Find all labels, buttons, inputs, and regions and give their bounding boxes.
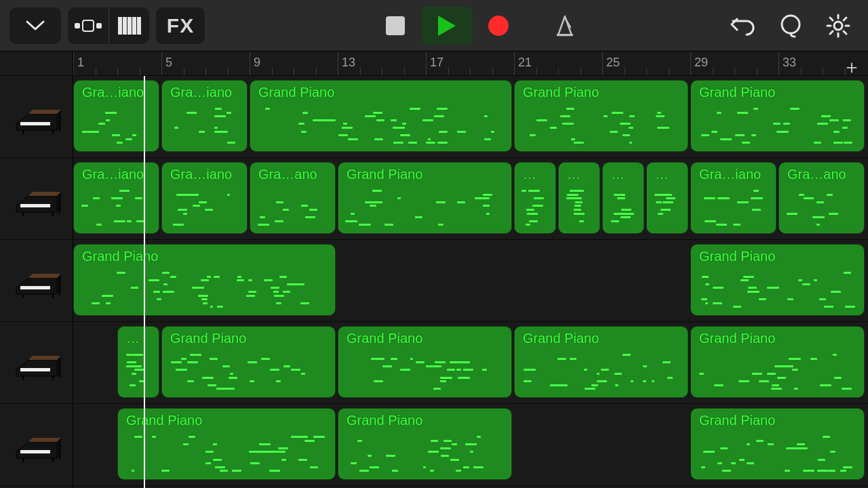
track-header[interactable] <box>0 322 73 404</box>
grand-piano-icon <box>12 100 61 133</box>
track-lane[interactable]: Grand PianoGrand Piano <box>73 240 868 322</box>
track-lane[interactable]: …Grand PianoGrand PianoGrand PianoGrand … <box>73 322 868 404</box>
midi-preview <box>257 108 505 146</box>
track-header[interactable] <box>0 240 73 322</box>
track-header[interactable] <box>0 404 73 486</box>
midi-region[interactable]: Gra…iano <box>73 80 159 152</box>
region-label: … <box>515 163 555 182</box>
track-header[interactable] <box>0 76 73 158</box>
midi-preview <box>257 190 328 228</box>
midi-region[interactable]: Grand Piano <box>690 80 865 152</box>
stop-button[interactable] <box>370 7 421 45</box>
play-icon <box>437 14 457 37</box>
region-label: Grand Piano <box>691 245 864 264</box>
svg-rect-2 <box>96 23 102 28</box>
midi-preview <box>698 108 857 146</box>
loop-button[interactable] <box>770 7 811 44</box>
midi-preview <box>81 272 328 310</box>
midi-region[interactable]: Grand Piano <box>250 80 512 152</box>
region-label: Grand Piano <box>515 81 688 100</box>
track-lanes[interactable]: Gra…ianoGra…ianoGrand PianoGrand PianoGr… <box>73 76 868 488</box>
midi-region[interactable]: Grand Piano <box>338 408 512 480</box>
region-label: Grand Piano <box>74 245 335 264</box>
tracks-area: Gra…ianoGra…ianoGrand PianoGrand PianoGr… <box>0 76 868 488</box>
track-lane[interactable]: Grand PianoGrand PianoGrand Piano <box>73 404 868 486</box>
region-label: Gra…ano <box>779 163 864 182</box>
svg-rect-34 <box>20 368 50 371</box>
ruler-number: 5 <box>165 56 172 70</box>
midi-preview <box>566 190 593 228</box>
keyboard-icon <box>118 17 141 35</box>
instrument-view-button[interactable] <box>108 7 149 44</box>
region-label: Gra…iano <box>74 81 159 100</box>
loop-icon <box>778 14 803 38</box>
midi-region[interactable]: Grand Piano <box>161 326 336 398</box>
svg-rect-7 <box>137 17 141 35</box>
svg-line-20 <box>844 18 846 20</box>
svg-rect-30 <box>20 286 50 289</box>
settings-button[interactable] <box>818 7 859 44</box>
midi-region[interactable]: … <box>558 162 600 234</box>
grand-piano-icon <box>12 182 61 215</box>
region-label: … <box>559 163 599 182</box>
midi-region[interactable]: … <box>646 162 688 234</box>
midi-preview <box>81 108 152 146</box>
svg-rect-11 <box>557 34 573 36</box>
tracks-view-button[interactable] <box>68 7 108 44</box>
svg-rect-0 <box>75 23 80 28</box>
track-lane[interactable]: Gra…ianoGra…ianoGrand PianoGrand PianoGr… <box>73 76 868 158</box>
ruler-number: 29 <box>694 56 708 70</box>
midi-preview <box>521 190 549 228</box>
region-label: … <box>118 327 159 346</box>
my-songs-dropdown[interactable] <box>9 7 61 44</box>
record-button[interactable] <box>473 7 524 45</box>
fx-label: FX <box>167 14 194 37</box>
track-lane[interactable]: Gra…ianoGra…ianoGra…anoGrand Piano…………Gr… <box>73 158 868 240</box>
midi-region[interactable]: Grand Piano <box>690 244 865 316</box>
ruler[interactable]: ＋ 159131721252933 <box>73 52 868 75</box>
midi-region[interactable]: Gra…iano <box>73 162 159 234</box>
midi-region[interactable]: … <box>514 162 556 234</box>
midi-preview <box>345 190 505 228</box>
svg-line-19 <box>844 31 846 34</box>
midi-region[interactable]: Gra…iano <box>161 162 248 234</box>
fx-button[interactable]: FX <box>156 7 205 44</box>
tracks-view-icon <box>75 18 102 33</box>
midi-region[interactable]: … <box>117 326 159 398</box>
region-label: Gra…iano <box>162 163 247 182</box>
midi-region[interactable]: Grand Piano <box>117 408 336 480</box>
midi-region[interactable]: Grand Piano <box>690 326 865 398</box>
midi-region[interactable]: Grand Piano <box>514 80 688 152</box>
region-label: Grand Piano <box>691 409 864 428</box>
region-label: Gra…iano <box>691 163 776 182</box>
midi-region[interactable]: Grand Piano <box>338 162 512 234</box>
region-label: … <box>603 163 644 182</box>
midi-preview <box>345 354 505 392</box>
svg-point-13 <box>834 22 842 30</box>
metronome-button[interactable] <box>545 7 585 44</box>
midi-preview <box>169 190 240 228</box>
region-label: Grand Piano <box>118 409 335 428</box>
midi-region[interactable]: Grand Piano <box>73 244 336 316</box>
midi-region[interactable]: Gra…ano <box>778 162 865 234</box>
midi-preview <box>169 108 240 146</box>
midi-region[interactable]: … <box>602 162 644 234</box>
midi-region[interactable]: Grand Piano <box>338 326 512 398</box>
midi-preview <box>610 190 637 228</box>
region-label: Grand Piano <box>515 327 688 346</box>
play-button[interactable] <box>421 7 473 45</box>
track-headers <box>0 76 73 488</box>
midi-preview <box>786 190 857 228</box>
midi-region[interactable]: Gra…ano <box>250 162 336 234</box>
svg-rect-3 <box>118 17 122 35</box>
track-header[interactable] <box>0 158 73 240</box>
midi-region[interactable]: Grand Piano <box>690 408 865 480</box>
ruler-number: 13 <box>342 56 355 70</box>
midi-region[interactable]: Gra…iano <box>161 80 248 152</box>
midi-region[interactable]: Grand Piano <box>514 326 688 398</box>
midi-region[interactable]: Gra…iano <box>690 162 776 234</box>
region-label: Grand Piano <box>338 409 511 428</box>
undo-button[interactable] <box>723 7 764 44</box>
svg-rect-38 <box>20 450 50 453</box>
svg-rect-8 <box>386 16 405 35</box>
